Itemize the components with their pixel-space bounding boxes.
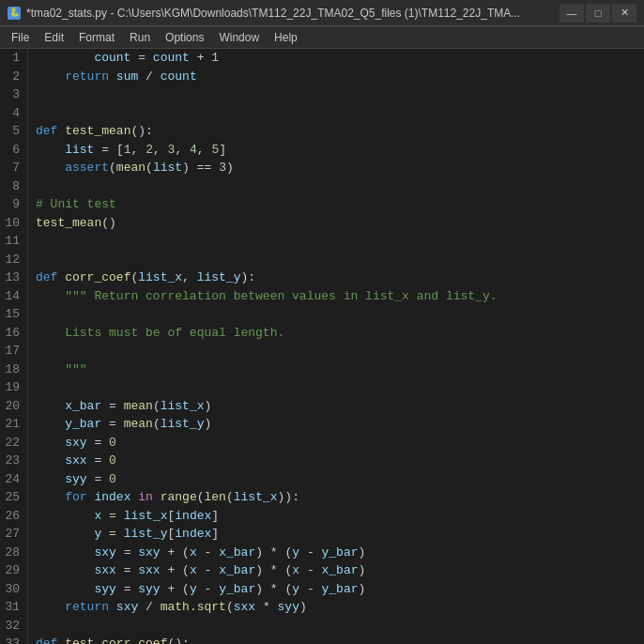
maximize-button[interactable]: □ (586, 4, 610, 23)
minimize-button[interactable]: — (560, 4, 584, 23)
window-title: *tma02_stats.py - C:\Users\KGM\Downloads… (26, 7, 520, 20)
menu-edit[interactable]: Edit (37, 26, 71, 48)
menu-run[interactable]: Run (122, 26, 158, 48)
close-button[interactable]: ✕ (612, 4, 636, 23)
title-bar: 🐍 *tma02_stats.py - C:\Users\KGM\Downloa… (0, 0, 644, 26)
line-numbers: 1 2 3 4 5 6 7 8 9 10 11 12 13 14 15 16 1… (0, 49, 28, 644)
menu-window[interactable]: Window (211, 26, 267, 48)
title-bar-left: 🐍 *tma02_stats.py - C:\Users\KGM\Downloa… (8, 7, 520, 20)
code-editor[interactable]: 1 2 3 4 5 6 7 8 9 10 11 12 13 14 15 16 1… (0, 49, 644, 644)
menu-file[interactable]: File (4, 26, 37, 48)
menu-format[interactable]: Format (71, 26, 122, 48)
menu-options[interactable]: Options (158, 26, 211, 48)
menu-help[interactable]: Help (267, 26, 305, 48)
code-text[interactable]: count = count + 1 return sum / count def… (28, 49, 644, 644)
app-icon: 🐍 (8, 7, 21, 20)
menu-bar: File Edit Format Run Options Window Help (0, 26, 644, 49)
window-controls[interactable]: — □ ✕ (560, 4, 636, 23)
